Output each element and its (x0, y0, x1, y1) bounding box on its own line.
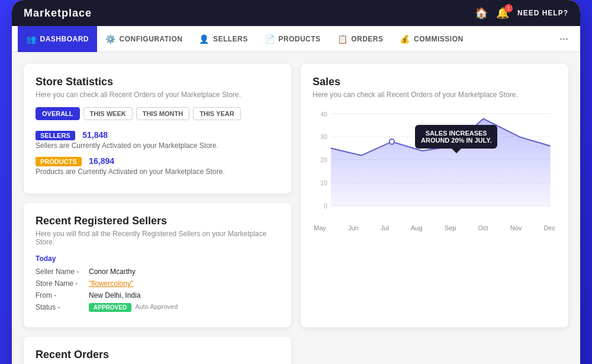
x-label-dec: Dec (543, 224, 555, 231)
store-statistics-card: Store Statistics Here you can check all … (24, 64, 291, 194)
x-label-jun: Jun (348, 224, 359, 231)
sales-card: Sales Here you can check all Recent Orde… (301, 64, 568, 327)
tab-overall[interactable]: OVERALL (36, 107, 80, 120)
status-row: Status - APPROVED Auto Approved (36, 303, 279, 312)
from-row: From - New Delhi, India (36, 291, 279, 299)
store-name-value[interactable]: "flowercolony" (89, 279, 133, 288)
tab-this-year[interactable]: THIS YEAR (193, 107, 240, 120)
logo: Marketplace (24, 7, 92, 20)
sellers-badge: SELLERS (36, 131, 75, 140)
svg-text:40: 40 (320, 110, 327, 117)
nav-label-dashboard: DASHBOARD (40, 35, 89, 43)
tab-this-week[interactable]: THIS WEEK (83, 107, 133, 120)
nav-label-products: PRODUCTS (278, 35, 320, 43)
tab-this-month[interactable]: THIS MONTH (136, 107, 189, 120)
nav-more-button[interactable]: ··· (554, 33, 574, 45)
x-label-may: May (314, 224, 326, 231)
svg-text:20: 20 (320, 156, 327, 163)
main-content: Store Statistics Here you can check all … (12, 52, 580, 364)
seller-name-value: Conor Mcarthy (89, 268, 136, 276)
nav-label-orders: ORDERS (351, 35, 383, 43)
store-stats-subtitle: Here you can check all Recent Orders of … (36, 91, 279, 99)
store-name-row: Store Name - "flowercolony" (36, 279, 279, 288)
from-label: From - (36, 291, 89, 299)
products-icon: 📄 (265, 34, 275, 44)
x-label-aug: Aug (411, 224, 423, 231)
chart-tooltip: SALES INCREASESAROUND 20% IN JULY. (415, 125, 497, 149)
recent-sellers-subtitle: Here you will find all the Recently Regi… (36, 230, 279, 246)
svg-text:10: 10 (320, 179, 327, 186)
sales-title: Sales (313, 76, 556, 88)
recent-sellers-card: Recent Registered Sellers Here you will … (24, 203, 291, 327)
nav-item-sellers[interactable]: 👤 SELLERS (191, 26, 256, 52)
configuration-icon: ⚙️ (105, 34, 116, 44)
sellers-count: 51,848 (82, 130, 108, 140)
x-label-oct: Oct (478, 224, 488, 231)
nav-item-products[interactable]: 📄 PRODUCTS (256, 26, 329, 52)
sales-subtitle: Here you can check all Recent Orders of … (313, 91, 556, 99)
products-count: 16,894 (89, 156, 114, 166)
top-bar: Marketplace 🏠 🔔 1 NEED HELP? (12, 0, 580, 26)
nav-item-dashboard[interactable]: 👥 DASHBOARD (18, 26, 97, 52)
x-label-jul: Jul (381, 224, 389, 231)
notification-badge: 1 (504, 4, 513, 12)
recent-orders-title: Recent Orders (36, 349, 279, 361)
nav-label-sellers: SELLERS (213, 35, 248, 43)
sellers-desc: Sellers are Currently Activated on your … (36, 141, 279, 150)
seller-name-row: Seller Name - Conor Mcarthy (36, 268, 279, 276)
chart-area: SALES INCREASESAROUND 20% IN JULY. 40 30… (313, 107, 556, 237)
stats-tabs: OVERALL THIS WEEK THIS MONTH THIS YEAR (36, 107, 279, 120)
store-name-label: Store Name - (36, 279, 89, 288)
from-value: New Delhi, India (89, 291, 140, 299)
orders-icon: 📋 (337, 34, 348, 44)
recent-orders-card: Recent Orders Here you can check all Rec… (24, 337, 291, 364)
recent-sellers-today: Today (36, 255, 279, 263)
status-label: Status - (36, 303, 89, 312)
bell-icon-wrapper[interactable]: 🔔 1 (496, 7, 509, 20)
auto-approved-label: Auto Approved (135, 303, 178, 312)
status-approved-badge: APPROVED (89, 303, 131, 312)
device-frame: Marketplace 🏠 🔔 1 NEED HELP? 👥 DASHBOARD… (12, 0, 580, 364)
sellers-stat-row: SELLERS 51,848 Sellers are Currently Act… (36, 130, 279, 150)
nav-item-commission[interactable]: 💰 COMMISSION (391, 26, 471, 52)
svg-text:30: 30 (320, 133, 327, 140)
products-stat-row: PRODUCTS 16,894 Products are Currently A… (36, 156, 279, 176)
commission-icon: 💰 (400, 34, 410, 44)
products-desc: Products are Currently Activated on your… (36, 167, 279, 176)
x-label-sep: Sep (445, 224, 456, 231)
store-stats-title: Store Statistics (36, 76, 279, 88)
recent-sellers-title: Recent Registered Sellers (36, 215, 279, 227)
x-label-nov: Nov (510, 224, 522, 231)
seller-name-label: Seller Name - (36, 268, 89, 276)
nav-bar: 👥 DASHBOARD ⚙️ CONFIGURATION 👤 SELLERS 📄… (12, 26, 580, 52)
nav-item-configuration[interactable]: ⚙️ CONFIGURATION (97, 26, 191, 52)
nav-label-configuration: CONFIGURATION (120, 35, 183, 43)
home-icon[interactable]: 🏠 (475, 7, 488, 20)
sellers-icon: 👤 (199, 34, 210, 44)
top-bar-right: 🏠 🔔 1 NEED HELP? (475, 7, 568, 20)
products-badge: PRODUCTS (36, 157, 82, 166)
svg-point-11 (390, 139, 394, 144)
nav-label-commission: COMMISSION (414, 35, 464, 43)
dashboard-icon: 👥 (26, 34, 37, 44)
svg-text:0: 0 (324, 202, 327, 210)
nav-item-orders[interactable]: 📋 ORDERS (329, 26, 392, 52)
need-help-label[interactable]: NEED HELP? (517, 9, 568, 17)
